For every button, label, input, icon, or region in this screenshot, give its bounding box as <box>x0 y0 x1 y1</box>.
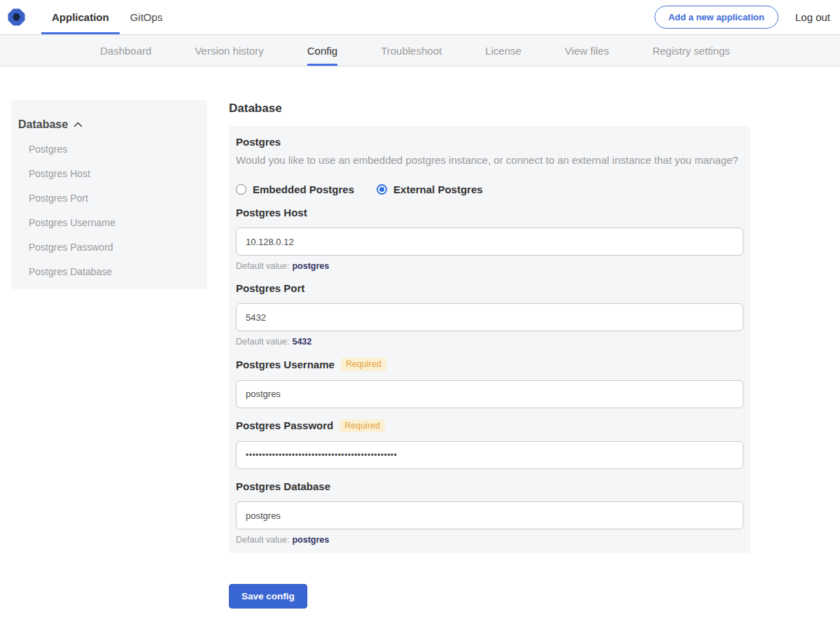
subnav-tab-troubleshoot[interactable]: Troubleshoot <box>381 35 442 66</box>
sidebar-group-database[interactable]: Database <box>18 118 200 131</box>
default-value: postgres <box>292 261 329 271</box>
sidebar-item-postgres-host[interactable]: Postgres Host <box>29 168 200 180</box>
tab-application[interactable]: Application <box>41 0 120 34</box>
postgres-host-label: Postgres Host <box>236 207 307 218</box>
config-main: Database Postgres Would you like to use … <box>229 102 750 608</box>
tab-gitops[interactable]: GitOps <box>120 0 174 34</box>
postgres-password-input[interactable] <box>236 441 743 469</box>
sidebar-item-postgres-username[interactable]: Postgres Username <box>29 217 200 229</box>
subnav-tab-registry-settings[interactable]: Registry settings <box>652 35 730 66</box>
sidebar-item-postgres-password[interactable]: Postgres Password <box>29 242 200 253</box>
page-title: Database <box>229 102 750 116</box>
default-label: Default value: <box>236 261 289 271</box>
group-help-text: Would you like to use an embedded postgr… <box>236 153 743 167</box>
radio-external-postgres[interactable]: External Postgres <box>377 183 483 195</box>
save-config-button[interactable]: Save config <box>229 584 307 608</box>
default-value: 5432 <box>292 337 312 347</box>
config-sidebar: Database Postgres Postgres Host Postgres… <box>11 100 207 289</box>
postgres-database-default: Default value:postgres <box>236 535 743 545</box>
subnav-tab-view-files[interactable]: View files <box>565 35 609 66</box>
topbar-right: Add a new application Log out <box>654 0 830 34</box>
postgres-database-input[interactable] <box>236 501 743 529</box>
config-group-panel: Postgres Would you like to use an embedd… <box>229 126 750 553</box>
postgres-username-input[interactable] <box>236 380 743 408</box>
add-application-button[interactable]: Add a new application <box>654 6 778 29</box>
postgres-port-input[interactable] <box>236 303 743 331</box>
top-bar: Application GitOps Add a new application… <box>0 0 840 34</box>
postgres-radio-group: Embedded Postgres External Postgres <box>236 183 743 195</box>
required-badge: Required <box>341 358 386 371</box>
chevron-up-icon <box>74 122 83 127</box>
radio-unselected-icon <box>236 184 246 195</box>
postgres-port-default: Default value:5432 <box>236 337 743 347</box>
group-label: Postgres <box>236 136 743 148</box>
sidebar-item-postgres-database[interactable]: Postgres Database <box>29 266 200 278</box>
subnav-tab-dashboard[interactable]: Dashboard <box>100 35 151 66</box>
default-label: Default value: <box>236 535 289 545</box>
radio-selected-icon <box>377 184 387 195</box>
postgres-host-default: Default value:postgres <box>236 261 743 271</box>
default-value: postgres <box>292 535 329 545</box>
subnav-tab-license[interactable]: License <box>485 35 522 66</box>
sidebar-item-postgres-port[interactable]: Postgres Port <box>29 193 200 204</box>
tab-gitops-label: GitOps <box>130 11 163 23</box>
required-badge: Required <box>340 419 385 433</box>
postgres-port-label: Postgres Port <box>236 282 304 294</box>
default-label: Default value: <box>236 337 289 347</box>
subnav-tab-config[interactable]: Config <box>307 35 337 66</box>
logout-button[interactable]: Log out <box>795 11 830 23</box>
postgres-username-label: Postgres Username <box>236 359 335 370</box>
radio-embedded-postgres-label: Embedded Postgres <box>253 183 354 195</box>
subnav-tab-version-history[interactable]: Version history <box>195 35 263 66</box>
app-logo-icon <box>7 8 26 27</box>
radio-external-postgres-label: External Postgres <box>393 183 483 195</box>
tab-application-label: Application <box>52 11 109 23</box>
postgres-database-label: Postgres Database <box>236 480 330 492</box>
radio-embedded-postgres[interactable]: Embedded Postgres <box>236 183 354 195</box>
postgres-password-label: Postgres Password <box>236 419 333 431</box>
config-page: Database Postgres Postgres Host Postgres… <box>0 67 840 618</box>
sidebar-item-postgres[interactable]: Postgres <box>29 144 200 155</box>
sidebar-group-database-label: Database <box>18 118 68 131</box>
app-logo[interactable] <box>7 0 26 34</box>
app-subnav: Dashboard Version history Config Trouble… <box>0 34 840 67</box>
postgres-host-input[interactable] <box>236 228 743 256</box>
